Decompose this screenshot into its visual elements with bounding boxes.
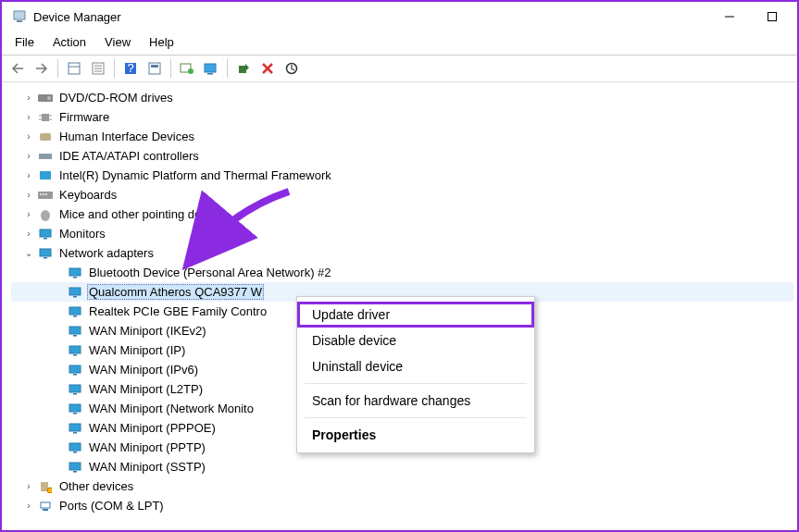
- tree-item-label: Monitors: [57, 227, 107, 241]
- toolbar-separator: [114, 59, 115, 78]
- svg-rect-47: [69, 327, 81, 334]
- menu-bar: File Action View Help: [2, 31, 797, 56]
- platform-icon: [37, 168, 54, 183]
- svg-rect-66: [43, 509, 48, 511]
- update-driver-button[interactable]: [201, 58, 221, 79]
- expand-icon[interactable]: ›: [22, 190, 35, 200]
- other-devices-icon: [37, 479, 54, 494]
- scan-hardware-button[interactable]: [177, 58, 197, 79]
- svg-rect-39: [40, 249, 51, 256]
- menu-help[interactable]: Help: [142, 33, 181, 51]
- svg-rect-40: [44, 257, 47, 259]
- tree-item-wan-sstp[interactable]: WAN Miniport (SSTP): [11, 457, 793, 476]
- network-adapter-icon: [37, 246, 54, 261]
- tree-item-label: WAN Miniport (Network Monito: [87, 402, 256, 415]
- svg-point-15: [188, 68, 194, 74]
- svg-rect-0: [14, 11, 25, 19]
- context-properties[interactable]: Properties: [297, 422, 534, 448]
- context-uninstall-device[interactable]: Uninstall device: [297, 353, 534, 379]
- tree-item-bluetooth-pan[interactable]: Bluetooth Device (Personal Area Network)…: [11, 263, 793, 282]
- context-disable-device[interactable]: Disable device: [297, 328, 534, 353]
- expand-icon[interactable]: ›: [22, 229, 35, 239]
- network-adapter-icon: [67, 304, 83, 319]
- collapse-icon[interactable]: ⌄: [22, 248, 35, 258]
- expand-icon[interactable]: ›: [22, 112, 35, 122]
- minimize-button[interactable]: [708, 3, 751, 31]
- network-adapter-icon: [67, 421, 83, 436]
- svg-rect-29: [40, 133, 51, 141]
- expand-icon[interactable]: ›: [22, 501, 35, 511]
- tree-item-label: Keyboards: [57, 188, 119, 202]
- svg-rect-34: [43, 193, 44, 195]
- menu-view[interactable]: View: [97, 33, 138, 51]
- maximize-button[interactable]: [751, 3, 793, 31]
- svg-rect-54: [73, 393, 77, 395]
- chip-icon: [37, 110, 54, 125]
- tree-item-label: WAN Miniport (SSTP): [87, 460, 207, 474]
- tree-item-label: Firmware: [57, 110, 111, 124]
- svg-rect-50: [73, 354, 77, 356]
- tree-item-label: WAN Miniport (PPPOE): [87, 421, 218, 435]
- context-scan-hardware[interactable]: Scan for hardware changes: [297, 388, 534, 414]
- svg-rect-52: [73, 374, 77, 376]
- tree-item-monitors[interactable]: › Monitors: [11, 224, 793, 243]
- tree-item-keyboards[interactable]: › Keyboards: [11, 185, 793, 204]
- svg-rect-16: [205, 64, 216, 72]
- tree-item-mice[interactable]: › Mice and other pointing devices: [11, 204, 793, 224]
- svg-rect-33: [40, 193, 42, 195]
- expand-icon[interactable]: ›: [22, 170, 35, 180]
- toolbar: ?: [2, 56, 797, 82]
- tree-item-other-devices[interactable]: › Other devices: [11, 476, 793, 496]
- back-button[interactable]: [7, 58, 28, 79]
- mouse-icon: [37, 207, 54, 222]
- tree-item-label: Qualcomm Atheros QCA9377 W: [87, 284, 264, 300]
- svg-rect-61: [69, 463, 81, 470]
- network-adapter-icon: [67, 285, 83, 300]
- svg-rect-65: [41, 502, 50, 508]
- svg-rect-59: [69, 443, 81, 451]
- expand-icon[interactable]: ›: [22, 209, 35, 219]
- enable-device-button[interactable]: [233, 58, 254, 79]
- svg-rect-18: [239, 66, 246, 73]
- svg-point-36: [41, 210, 50, 221]
- tree-item-hid[interactable]: › Human Interface Devices: [11, 127, 793, 146]
- show-hidden-button[interactable]: [64, 58, 84, 79]
- tree-item-firmware[interactable]: › Firmware: [11, 107, 793, 127]
- ide-icon: [37, 149, 54, 164]
- app-icon: [11, 8, 28, 25]
- context-update-driver[interactable]: Update driver: [297, 302, 534, 328]
- hid-icon: [37, 130, 54, 144]
- action-button[interactable]: [144, 58, 165, 79]
- svg-rect-49: [69, 346, 81, 353]
- network-adapter-icon: [67, 266, 83, 280]
- menu-action[interactable]: Action: [45, 33, 94, 51]
- forward-button[interactable]: [31, 58, 52, 79]
- disc-drive-icon: [37, 91, 54, 105]
- expand-icon[interactable]: ›: [22, 481, 35, 491]
- expand-icon[interactable]: ›: [22, 93, 35, 103]
- toolbar-separator: [170, 59, 171, 78]
- svg-rect-35: [45, 193, 47, 195]
- svg-rect-3: [768, 13, 777, 21]
- svg-rect-12: [149, 63, 160, 74]
- tree-item-ide[interactable]: › IDE ATA/ATAPI controllers: [11, 146, 793, 166]
- properties-button[interactable]: [88, 58, 108, 79]
- tree-item-label: WAN Miniport (PPTP): [87, 440, 207, 454]
- svg-rect-55: [69, 404, 81, 412]
- tree-item-dvd[interactable]: › DVD/CD-ROM drives: [11, 88, 793, 107]
- svg-rect-38: [44, 238, 47, 240]
- expand-icon[interactable]: ›: [22, 131, 35, 142]
- tree-item-label: WAN Miniport (L2TP): [87, 382, 205, 396]
- tree-item-ports[interactable]: › Ports (COM & LPT): [11, 496, 793, 515]
- disable-device-button[interactable]: [281, 58, 302, 79]
- svg-rect-37: [40, 229, 51, 237]
- tree-item-network-adapters[interactable]: ⌄ Network adapters: [11, 243, 793, 263]
- tree-item-intel-dptf[interactable]: › Intel(R) Dynamic Platform and Thermal …: [11, 166, 793, 185]
- tree-item-label: IDE ATA/ATAPI controllers: [57, 149, 201, 163]
- menu-file[interactable]: File: [7, 33, 42, 51]
- help-button[interactable]: ?: [120, 58, 141, 79]
- expand-icon[interactable]: ›: [22, 151, 35, 161]
- svg-rect-57: [69, 424, 81, 431]
- context-separator: [305, 417, 527, 418]
- uninstall-device-button[interactable]: [257, 58, 278, 79]
